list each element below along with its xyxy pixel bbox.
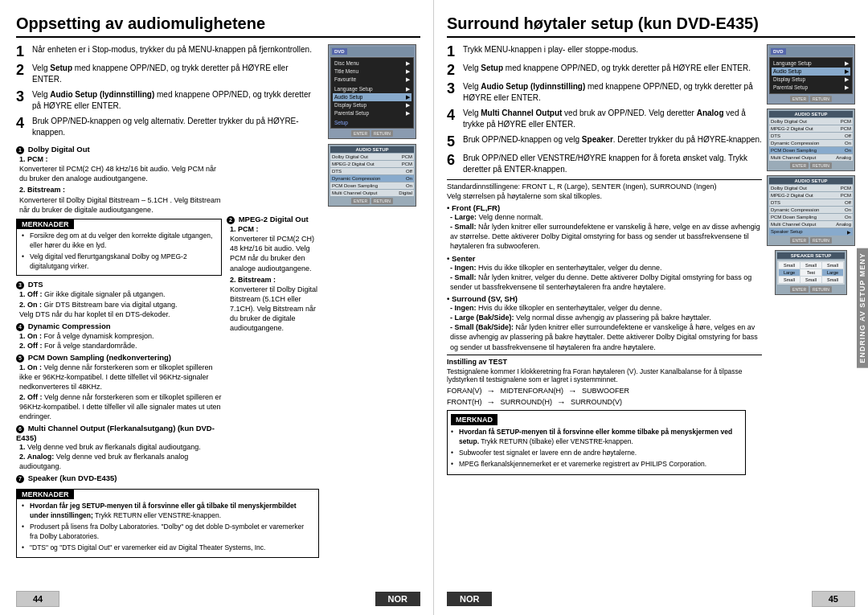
section-dts: 3 DTS 1. Off : Gir ikke digitale signale… [16,280,222,318]
right-image-column: DVD Language Setup▶ Audio Setup▶ Display… [767,44,855,584]
step-3: 3 Velg Audio Setup (lydinnstilling) med … [16,89,319,112]
right-main-content: 1 Trykk MENU-knappen i play- eller stopp… [447,44,855,584]
section-speaker: 7 Speaker (kun DVD-E435) [16,474,222,483]
left-title: Oppsetting av audiomulighetene [16,14,420,38]
right-step-4: 4 Velg Multi Channel Output ved bruk av … [447,108,762,130]
bottom-merknader-box: MERKNADER • Hvordan får jeg SETUP-menyen… [16,489,319,557]
right-step-1: 1 Trykk MENU-knappen i play- eller stopp… [447,44,762,59]
speaker-surround: • Surround (SV, SH) - Ingen: Hvis du ikk… [447,294,762,352]
side-label: ENDRING AV SETUP MENY [857,248,868,367]
audio-setup-screen-right2: AUDIO SETUP Dolby Digital OutPCM MPEG-2 … [767,175,855,246]
speaker-senter: • Senter - Ingen: Hvis du ikke tilkopler… [447,254,762,292]
merknad-right-box: MERKNAD • Hvordan få SETUP-menyen til å … [447,410,746,475]
section-dynamic: 4 Dynamic Compression 1. On : For å velg… [16,322,222,351]
right-page-bottom: NOR 45 [447,588,855,607]
merknader-content: • Forsikre deg om at du velger den korre… [17,229,221,276]
section-pcm: 5 PCM Down Sampling (nedkonvertering) 1.… [16,353,222,421]
left-page-number: 44 [16,591,59,607]
step-1-text: Når enheten er i Stop-modus, trykker du … [32,44,312,55]
instilling-title: Instilling av TEST [447,358,762,366]
right-title: Surround høytaler setup (kun DVD-E435) [447,14,855,38]
merknad-label: MERKNAD [451,414,497,426]
left-main-content: 1 Når enheten er i Stop-modus, trykker d… [16,44,420,584]
step-3-text: Velg Audio Setup (lydinnstilling) med kn… [32,89,319,112]
instilling-text: Testsignalene kommer I klokkeretning fra… [447,367,762,383]
right-page-number: 45 [812,591,855,607]
standard-text: Standardinnstillingene: FRONT L, R (Larg… [447,182,762,191]
left-image-column: DVD Disc Menu▶ Title Menu▶ Favourite▶ La… [324,44,420,584]
sections-left: 1 Dolby Digital Out 1. PCM : Konverterer… [16,142,222,486]
dvd-menu-screen: DVD Disc Menu▶ Title Menu▶ Favourite▶ La… [328,44,416,139]
right-section: ENDRING AV SETUP MENY Surround høytaler … [434,0,868,615]
audio-setup-screen-right1: AUDIO SETUP Dolby Digital OutPCM MPEG-2 … [767,109,855,171]
step-2-text: Velg Setup med knappene OPP/NED, og tryk… [32,63,319,85]
speaker-front: • Front (FL,FR) - Large: Velg denne norm… [447,203,762,252]
step-4-text: Bruk OPP/NED-knappen og velg alternativ.… [32,116,319,138]
merknader-label: MERKNADER [17,219,74,229]
merknader-box: MERKNADER • Forsikre deg om at du velger… [16,219,222,277]
arrow-row-1: FORAN(V) → MIDTENFORAN(H) → SUBWOOFER [447,386,762,396]
page: Oppsetting av audiomulighetene 1 Når enh… [0,0,868,615]
arrow-row-2: FRONT(H) → SURROUND(H) → SURROUND(V) [447,397,762,407]
notes-sections-layout: 1 Dolby Digital Out 1. PCM : Konverterer… [16,142,319,486]
left-lang: NOR [375,592,420,606]
right-dvd-menu-screen: DVD Language Setup▶ Audio Setup▶ Display… [767,44,855,105]
section-mpeg: 2 MPEG-2 Digital Out 1. PCM : Konvertere… [227,215,319,334]
right-step-6: 6 Bruk OPP/NED eller VENSTRE/HØYRE knapp… [447,153,762,175]
left-section: Oppsetting av audiomulighetene 1 Når enh… [0,0,434,615]
right-step-5: 5 Bruk OPP/NED-knappen og velg Speaker. … [447,134,762,149]
left-page-bottom: 44 NOR [16,588,420,607]
sections-right: 2 MPEG-2 Digital Out 1. PCM : Konvertere… [227,142,319,486]
step-1: 1 Når enheten er i Stop-modus, trykker d… [16,44,319,59]
right-step-3: 3 Velg Audio Setup (lydinnstilling) med … [447,81,762,104]
step-4: 4 Bruk OPP/NED-knappen og velg alternati… [16,116,319,138]
speaker-setup-screen: SPEAKER SETUP Small Small Small Large Te… [775,250,847,295]
left-text-column: 1 Når enheten er i Stop-modus, trykker d… [16,44,319,584]
right-lang: NOR [447,592,492,606]
section-multichannel: 6 Multi Channel Output (Flerkanalsutgang… [16,424,222,471]
menu-screen: Disc Menu▶ Title Menu▶ Favourite▶ Langua… [330,57,414,129]
vel-text: Velg størrelsen på høytalerne som skal t… [447,192,762,200]
right-step-2: 2 Velg Setup med knappene OPP/NED, og tr… [447,63,762,77]
right-text-column: 1 Trykk MENU-knappen i play- eller stopp… [447,44,762,584]
audio-setup-screen-left: AUDIO SETUP Dolby Digital OutPCM MPEG-2 … [328,144,416,207]
section-dolby: 1 Dolby Digital Out 1. PCM : Konverterer… [16,145,222,215]
step-2: 2 Velg Setup med knappene OPP/NED, og tr… [16,63,319,85]
bottom-merknader-label: MERKNADER [17,490,74,499]
